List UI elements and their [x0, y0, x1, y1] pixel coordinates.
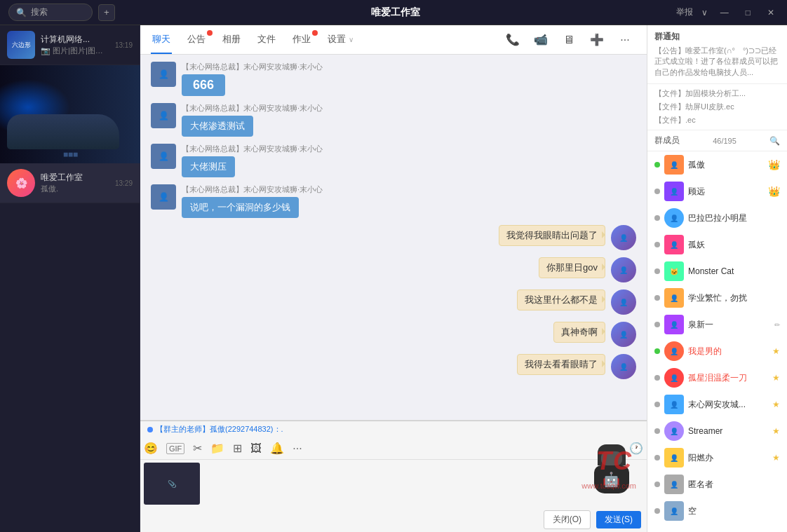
member-item[interactable]: 👤 顾远 👑: [647, 178, 787, 205]
msg-bubble: 说吧，一个漏洞的多少钱: [182, 197, 299, 218]
sidebar-preview: 孤傲.: [41, 184, 109, 194]
member-avatar: 👤: [664, 448, 684, 468]
member-name: Monster Cat: [688, 266, 780, 276]
star-icon: ★: [772, 453, 780, 463]
chevron-down-icon: ∨: [701, 8, 708, 18]
member-item[interactable]: 👤 学业繁忙，勿扰: [647, 285, 787, 311]
member-item[interactable]: 👤 匿名者: [647, 471, 787, 498]
member-avatar: 👤: [664, 315, 684, 334]
tab-settings[interactable]: 设置 ∨: [326, 26, 355, 54]
tab-files[interactable]: 文件: [256, 26, 277, 54]
member-avatar: 👤: [664, 421, 684, 441]
member-name: 学业繁忙，勿扰: [688, 292, 780, 304]
video-icon[interactable]: 📹: [530, 29, 552, 51]
member-avatar: 👤: [664, 288, 684, 308]
member-item[interactable]: 👤 空: [647, 498, 787, 524]
member-item[interactable]: 👤 孤傲 👑: [647, 151, 787, 178]
member-role-icon: 👑: [768, 186, 780, 197]
group-notice-content: 【公告】唯爱工作室(∩°ゝ°)⊃⊃已经正式成立啦！进了各位群成员可以把自己的作品…: [654, 46, 780, 78]
message-item: 我觉得我眼睛出问题了 👤: [151, 225, 636, 250]
mention-text: 【群主的老师】孤傲(2292744832)：.: [156, 424, 283, 435]
member-name: 匿名者: [688, 479, 780, 491]
member-item[interactable]: 👤 末心网安攻城... ★: [647, 391, 787, 418]
star-icon: ★: [772, 346, 780, 356]
report-button[interactable]: 举报: [676, 6, 693, 18]
sidebar-item-jisuan[interactable]: 六边形 计算机网络... 📷 图片|图片|图片|图片 13:19: [0, 25, 140, 65]
online-dot: [654, 162, 660, 168]
offline-dot: [654, 295, 660, 301]
search-box[interactable]: 🔍 搜索: [8, 4, 93, 21]
homework-badge: [312, 30, 318, 36]
file-item-2[interactable]: 【文件】劫屏UI皮肤.ec: [654, 100, 780, 114]
message-item: 👤 【末心网络总裁】末心网安攻城狮·末小心 大佬渗透测试: [151, 103, 636, 137]
maximize-button[interactable]: □: [741, 6, 755, 19]
star-icon: ★: [772, 400, 780, 409]
star-icon: ★: [772, 373, 780, 383]
member-search-icon[interactable]: 🔍: [769, 136, 780, 146]
more-icon[interactable]: ···: [614, 29, 636, 51]
add-contact-button[interactable]: +: [98, 4, 115, 21]
message-item: 👤 【末心网络总裁】末心网安攻城狮·末小心 大佬测压: [151, 144, 636, 177]
scissors-icon[interactable]: ✂: [193, 442, 202, 455]
member-name: 孤星泪温柔一刀: [688, 372, 768, 384]
message-list: 👤 【末心网络总裁】末心网安攻城狮·末小心 666 👤 【末心网络总裁】末心网安…: [140, 55, 647, 420]
tab-chat[interactable]: 聊天: [151, 26, 172, 54]
close-button[interactable]: ✕: [763, 6, 779, 19]
screen-share-icon[interactable]: 🖥: [558, 29, 580, 51]
msg-avatar-right: 👤: [611, 225, 636, 250]
msg-avatar: 👤: [151, 144, 176, 169]
minimize-button[interactable]: —: [716, 6, 733, 19]
more-toolbar-icon[interactable]: ···: [292, 442, 302, 455]
group-notice-title: 群通知: [654, 31, 780, 43]
emoji-button[interactable]: 😊: [144, 442, 158, 455]
member-name: 孤傲: [688, 159, 764, 171]
sidebar-preview: 📷 图片|图片|图片|图片: [41, 46, 109, 56]
offline-dot: [654, 428, 660, 434]
msg-avatar-right: 👤: [611, 289, 636, 315]
member-name: 顾远: [688, 186, 764, 198]
offline-dot: [654, 402, 660, 407]
member-item[interactable]: 👤 阳燃办 ★: [647, 444, 787, 471]
gif-button[interactable]: GIF: [166, 443, 184, 454]
member-item[interactable]: 👤 Streamer ★: [647, 418, 787, 444]
offline-dot: [654, 268, 660, 274]
member-item[interactable]: 👤 孤星泪温柔一刀 ★: [647, 364, 787, 391]
grid-icon[interactable]: ⊞: [233, 442, 242, 455]
member-item[interactable]: 👤 巴拉巴拉小明星: [647, 205, 787, 231]
file-item-1[interactable]: 【文件】加固模块分析工...: [654, 87, 780, 100]
member-item[interactable]: 👤 泉新一 ✏: [647, 311, 787, 338]
tab-homework[interactable]: 作业: [291, 26, 312, 54]
input-area: 【群主的老师】孤傲(2292744832)：. 😊 GIF ✂ 📁 ⊞ 🖼 🔔 …: [140, 420, 647, 532]
offline-dot: [654, 508, 660, 514]
tab-album[interactable]: 相册: [221, 26, 242, 54]
tab-notice[interactable]: 公告: [186, 26, 207, 54]
member-item[interactable]: 👤 孤妖: [647, 231, 787, 258]
member-item[interactable]: 👤 我是男的 ★: [647, 338, 787, 364]
close-input-button[interactable]: 关闭(O): [544, 510, 591, 529]
members-title: 群成员: [654, 135, 680, 146]
member-name: 巴拉巴拉小明星: [688, 212, 780, 224]
member-role-icon: 👑: [768, 159, 780, 170]
sidebar-name: 计算机网络...: [41, 34, 109, 46]
file-item-3[interactable]: 【文件】.ec: [654, 114, 780, 127]
folder-icon[interactable]: 📁: [210, 442, 224, 455]
group-members-header: 群成员 46/195 🔍: [647, 130, 787, 151]
member-avatar: 👤: [664, 395, 684, 414]
search-placeholder: 搜索: [31, 6, 48, 18]
member-item[interactable]: 🐱 Monster Cat: [647, 258, 787, 285]
add-member-icon[interactable]: ➕: [586, 29, 608, 51]
member-avatar: 🐱: [664, 261, 684, 281]
message-item: 你那里日gov 👤: [151, 257, 636, 282]
send-button[interactable]: 发送(S): [596, 511, 641, 528]
mascot: 🤖: [588, 444, 634, 493]
image-icon[interactable]: 🖼: [250, 442, 262, 455]
group-files: 【文件】加固模块分析工... 【文件】劫屏UI皮肤.ec 【文件】.ec: [647, 84, 787, 130]
phone-icon[interactable]: 📞: [502, 29, 524, 51]
bell-icon[interactable]: 🔔: [270, 442, 284, 455]
msg-bubble: 大佬渗透测试: [182, 116, 253, 137]
sidebar-item-weiai[interactable]: 🌸 唯爱工作室 孤傲. 13:29: [0, 163, 140, 203]
sidebar: 六边形 计算机网络... 📷 图片|图片|图片|图片 13:19 ◼◼◼ 🌸 唯…: [0, 25, 140, 532]
offline-dot: [654, 375, 660, 381]
member-name: 空: [688, 505, 780, 517]
attachment-preview: 📎: [144, 463, 200, 505]
